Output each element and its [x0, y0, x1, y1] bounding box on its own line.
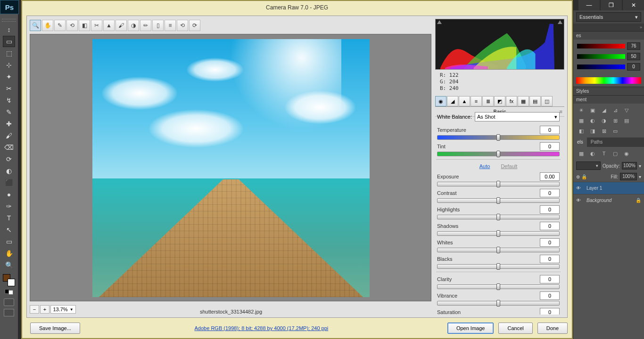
cr-tool-9[interactable]: ✏ [140, 20, 151, 31]
styles-panel-tab[interactable]: Styles [573, 87, 644, 95]
window-minimize-button[interactable]: — [578, 0, 600, 10]
window-maximize-button[interactable]: ❐ [601, 0, 622, 10]
panel-grip[interactable] [2, 19, 16, 22]
slider-track[interactable] [437, 182, 560, 186]
default-link[interactable]: Default [501, 163, 517, 169]
adj-icon[interactable]: ▤ [622, 117, 631, 124]
slider-track[interactable] [437, 152, 560, 156]
adjustment-tab-5[interactable]: ◩ [494, 96, 505, 106]
adj-icon[interactable]: ☀ [577, 106, 586, 114]
slider-value-input[interactable]: 0 [540, 255, 560, 263]
slider-value-input[interactable]: 0 [540, 308, 560, 315]
ps-tool-6[interactable]: ↯ [3, 95, 15, 106]
ps-tool-20[interactable]: 🔍 [3, 259, 15, 271]
blue-value[interactable]: 0 [627, 63, 640, 71]
cr-tool-7[interactable]: 🖌 [116, 20, 127, 31]
green-slider[interactable] [577, 54, 625, 59]
panel-collapse-strip[interactable]: » [573, 24, 644, 31]
adj-icon[interactable]: ◐ [588, 117, 597, 124]
fill-input[interactable]: 100% [620, 173, 637, 180]
cr-tool-10[interactable]: ▯ [152, 20, 164, 31]
highlight-clip-warning[interactable] [558, 20, 562, 24]
filter-icon[interactable]: ◐ [588, 150, 597, 157]
ps-tool-3[interactable]: ⊹ [3, 59, 15, 71]
ps-tool-15[interactable]: ✑ [3, 201, 15, 212]
cr-tool-1[interactable]: ✋ [42, 20, 53, 31]
screen-mode-button[interactable] [4, 309, 14, 316]
slider-track[interactable] [437, 264, 560, 269]
histogram[interactable] [435, 19, 564, 70]
channels-tab[interactable]: els [573, 137, 587, 147]
slider-knob[interactable] [496, 151, 500, 157]
slider-knob[interactable] [496, 283, 500, 290]
adjustment-tab-3[interactable]: ≡ [471, 96, 482, 106]
slider-track[interactable] [437, 248, 560, 252]
adj-icon[interactable]: ◢ [600, 106, 608, 114]
adj-icon[interactable]: ⊠ [600, 127, 608, 135]
slider-value-input[interactable]: 0 [540, 126, 560, 134]
adjustment-tab-7[interactable]: ▦ [518, 96, 529, 106]
ps-tool-19[interactable]: ✋ [3, 248, 15, 259]
quick-mask-button[interactable] [4, 299, 14, 306]
slider-knob[interactable] [496, 134, 500, 141]
adjustment-tab-0[interactable]: ◉ [435, 96, 446, 106]
slider-knob[interactable] [496, 197, 500, 204]
red-value[interactable]: 76 [627, 42, 640, 50]
color-panel-tab[interactable]: es [573, 31, 644, 40]
cr-tool-11[interactable]: ≡ [165, 20, 176, 31]
ps-tool-7[interactable]: ✎ [3, 106, 15, 118]
blue-slider[interactable] [577, 65, 625, 69]
adj-icon[interactable]: ◨ [588, 127, 597, 135]
ps-tool-18[interactable]: ▭ [3, 236, 15, 247]
slider-value-input[interactable]: 0 [540, 291, 560, 300]
layer-item-background[interactable]: 👁Background🔒 [573, 194, 644, 206]
filter-icon[interactable]: ▢ [611, 150, 619, 157]
adj-icon[interactable]: ◧ [577, 127, 586, 135]
ps-tool-11[interactable]: ⟳ [3, 153, 15, 165]
adjustment-tab-1[interactable]: ◢ [447, 96, 458, 106]
cr-tool-4[interactable]: ◧ [79, 20, 90, 31]
ps-tool-5[interactable]: ✂ [3, 83, 15, 94]
slider-value-input[interactable]: 0 [540, 275, 560, 283]
cr-tool-13[interactable]: ⟳ [189, 20, 200, 31]
adjustment-tab-6[interactable]: fx [506, 96, 517, 106]
cr-tool-8[interactable]: ◑ [128, 20, 139, 31]
adj-icon[interactable]: ▣ [588, 106, 597, 114]
filter-icon[interactable]: ◉ [622, 150, 631, 157]
slider-track[interactable] [437, 231, 560, 236]
adj-icon[interactable]: ◑ [600, 117, 608, 124]
opacity-input[interactable]: 100% [622, 162, 637, 170]
hue-strip[interactable] [576, 77, 641, 84]
adj-icon[interactable]: ⊿ [611, 106, 619, 114]
paths-tab[interactable]: Paths [587, 137, 607, 147]
slider-knob[interactable] [496, 300, 500, 307]
visibility-icon[interactable]: 👁 [576, 198, 584, 203]
slider-value-input[interactable]: 0 [540, 205, 560, 214]
adjustment-tab-4[interactable]: ≣ [482, 96, 494, 106]
slider-track[interactable] [437, 198, 560, 203]
cr-tool-0[interactable]: 🔍 [30, 20, 41, 31]
ps-tool-10[interactable]: ⌫ [3, 142, 15, 153]
adj-icon[interactable]: ⊞ [611, 117, 619, 124]
slider-value-input[interactable]: 0 [540, 189, 560, 197]
filter-icon[interactable]: ▦ [577, 150, 586, 157]
cr-tool-12[interactable]: ⟲ [177, 20, 188, 31]
slider-knob[interactable] [496, 214, 500, 220]
ps-tool-8[interactable]: ✚ [3, 118, 15, 129]
ps-tool-4[interactable]: ✦ [3, 71, 15, 82]
background-color-swatch[interactable] [8, 279, 15, 286]
slider-value-input[interactable]: 0 [540, 222, 560, 230]
blend-mode-dropdown[interactable]: ▾ [576, 161, 601, 170]
color-swatches[interactable] [3, 274, 15, 286]
white-balance-dropdown[interactable]: As Shot▾ [475, 112, 560, 121]
adjustment-tab-9[interactable]: ◫ [541, 96, 553, 106]
ps-tool-0[interactable]: ↕ [3, 24, 15, 35]
slider-track[interactable] [437, 301, 560, 306]
adj-icon[interactable]: ▽ [622, 106, 631, 114]
ps-tool-1[interactable]: ▭ [3, 36, 15, 47]
ps-tool-16[interactable]: T [3, 212, 15, 224]
slider-knob[interactable] [496, 247, 500, 253]
done-button[interactable]: Done [537, 323, 568, 334]
adjustments-panel-tab[interactable]: ment [573, 95, 644, 104]
slider-value-input[interactable]: 0 [540, 142, 560, 151]
